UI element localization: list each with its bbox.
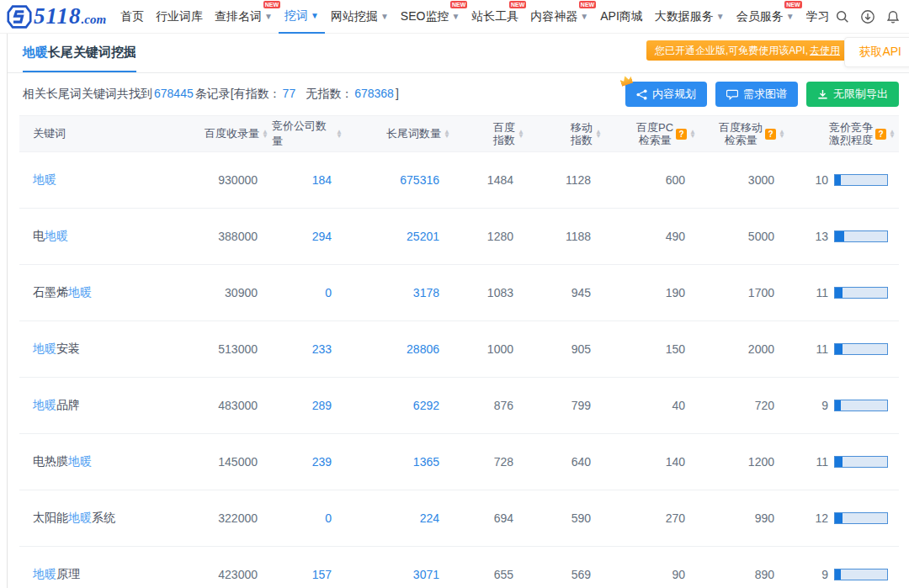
sort-icon[interactable]: ▲▼ <box>779 130 785 138</box>
column-header-competition[interactable]: 竞价竞争激烈程度?▲▼ <box>789 121 899 146</box>
nav-item-SEO监控[interactable]: SEO监控▼NEW <box>395 0 465 34</box>
cell-bid-companies[interactable]: 233 <box>272 342 346 356</box>
cell-bid-companies[interactable]: 0 <box>272 511 346 525</box>
cell-longtail-count[interactable]: 224 <box>346 511 454 525</box>
help-icon[interactable]: ? <box>875 129 886 140</box>
keyword-link[interactable]: 石墨烯地暖 <box>33 285 92 299</box>
new-badge: NEW <box>450 1 467 8</box>
nav-item-大数据服务[interactable]: 大数据服务▼ <box>649 0 731 34</box>
competition-bar <box>834 343 888 355</box>
column-label: 竞价竞争激烈程度 <box>829 121 873 146</box>
column-header-longtail-count[interactable]: 长尾词数量▲▼ <box>346 126 454 141</box>
chevron-down-icon: ▼ <box>716 12 725 21</box>
cell-longtail-count[interactable]: 25201 <box>346 230 454 243</box>
cell-bid-companies[interactable]: 239 <box>272 455 346 469</box>
competition-bar <box>834 174 888 186</box>
column-header-bid-companies[interactable]: 竞价公司数量▲▼ <box>272 119 346 149</box>
competition-bar <box>834 400 888 411</box>
column-header-baidu-collect[interactable]: 百度收录量▲▼ <box>181 126 272 141</box>
cell-longtail-count[interactable]: 28806 <box>346 342 454 356</box>
column-header-keyword: 关键词 <box>19 126 181 141</box>
keyword-link[interactable]: 电地暖 <box>33 229 68 242</box>
cell-bid-companies[interactable]: 294 <box>272 230 346 243</box>
keyword-link[interactable]: 电热膜地暖 <box>33 454 92 468</box>
cell-pc-search: 90 <box>605 568 699 581</box>
sort-icon[interactable]: ▲▼ <box>336 130 343 138</box>
nav-item-label: 会员服务 <box>736 9 784 24</box>
cell-baidu-index: 1083 <box>454 286 528 299</box>
sort-icon[interactable]: ▲▼ <box>889 130 896 138</box>
keyword-link[interactable]: 地暖品牌 <box>33 398 80 411</box>
keyword-highlight: 地暖 <box>68 511 92 524</box>
sort-icon[interactable]: ▲▼ <box>689 130 696 138</box>
sort-icon[interactable]: ▲▼ <box>595 130 602 138</box>
content-plan-button[interactable]: 内容规划 <box>625 82 707 107</box>
nav-item-挖词[interactable]: 挖词▼ <box>279 0 325 34</box>
cell-longtail-count[interactable]: 3071 <box>346 568 454 581</box>
search-icon[interactable] <box>835 9 850 24</box>
cell-mobile-search: 890 <box>699 568 789 581</box>
column-header-baidu-index[interactable]: 百度指数▲▼ <box>454 121 528 146</box>
cell-bid-companies[interactable]: 184 <box>272 173 346 187</box>
nav-item-学习SEO[interactable]: 学习SEO▼ <box>800 0 830 34</box>
tab-keyword-highlight: 地暖 <box>23 45 48 61</box>
cell-longtail-count[interactable]: 1365 <box>346 455 454 469</box>
share-icon <box>636 89 647 100</box>
keyword-table: 关键词百度收录量▲▼竞价公司数量▲▼长尾词数量▲▼百度指数▲▼移动指数▲▼百度P… <box>8 115 909 588</box>
nav-item-会员服务[interactable]: 会员服务▼NEW <box>731 0 800 34</box>
chevron-down-icon: ▼ <box>580 12 588 21</box>
bell-icon[interactable] <box>885 9 901 24</box>
keyword-link[interactable]: 地暖原理 <box>33 567 80 580</box>
keyword-highlight: 地暖 <box>45 229 68 242</box>
site-logo[interactable]: 5118.com <box>7 3 106 29</box>
cell-baidu-index: 1000 <box>454 342 528 356</box>
nav-item-查排名词[interactable]: 查排名词▼NEW <box>209 0 279 34</box>
table-row: 电地暖 388000 294 25201 1280 1188 490 5000 … <box>19 209 899 265</box>
nav-item-行业词库[interactable]: 行业词库 <box>150 0 209 34</box>
column-header-mobile-search[interactable]: 百度移动检索量?▲▼ <box>699 121 789 146</box>
cell-mobile-index: 1128 <box>528 173 605 187</box>
keyword-link[interactable]: 太阳能地暖系统 <box>33 511 115 524</box>
column-label: 关键词 <box>33 126 66 141</box>
help-icon[interactable]: ? <box>676 129 687 140</box>
cell-pc-search: 600 <box>605 173 699 187</box>
cell-longtail-count[interactable]: 3178 <box>346 286 454 299</box>
nav-item-网站挖掘[interactable]: 网站挖掘▼ <box>325 0 395 34</box>
nav-item-内容神器[interactable]: 内容神器▼NEW <box>524 0 594 34</box>
keyword-text: 电 <box>33 229 45 242</box>
cell-mobile-index: 640 <box>528 455 605 469</box>
help-icon[interactable]: ? <box>765 129 776 140</box>
cell-mobile-search: 1700 <box>699 286 789 299</box>
column-header-mobile-index[interactable]: 移动指数▲▼ <box>528 121 605 146</box>
cell-mobile-search: 1200 <box>699 455 789 469</box>
column-label: 百度PC检索量 <box>636 121 673 146</box>
nav-item-站长工具[interactable]: 站长工具NEW <box>465 0 524 34</box>
cell-bid-companies[interactable]: 157 <box>272 568 346 581</box>
sort-icon[interactable]: ▲▼ <box>444 130 450 138</box>
download-circle-icon[interactable] <box>860 9 875 24</box>
export-button[interactable]: 无限制导出 <box>806 82 899 107</box>
nav-item-首页[interactable]: 首页 <box>114 0 150 34</box>
export-label: 无限制导出 <box>833 87 888 102</box>
cell-mobile-search: 3000 <box>699 173 789 187</box>
keyword-link[interactable]: 地暖安装 <box>33 342 80 355</box>
column-header-pc-search[interactable]: 百度PC检索量?▲▼ <box>605 121 699 146</box>
crown-icon <box>619 74 634 87</box>
cell-pc-search: 150 <box>605 342 699 356</box>
cell-bid-companies[interactable]: 289 <box>272 399 346 412</box>
notice-go-link[interactable]: 去使用 <box>810 45 840 56</box>
sort-icon[interactable]: ▲▼ <box>518 130 524 138</box>
bubble-icon <box>726 89 738 100</box>
cell-bid-companies[interactable]: 0 <box>272 286 346 299</box>
cell-longtail-count[interactable]: 6292 <box>346 399 454 412</box>
sort-icon[interactable]: ▲▼ <box>262 130 268 138</box>
tab-longtail-mining[interactable]: 地暖长尾关键词挖掘 <box>23 34 136 72</box>
cell-baidu-collect: 930000 <box>181 173 272 187</box>
keyword-link[interactable]: 地暖 <box>33 172 56 186</box>
demand-map-button[interactable]: 需求图谱 <box>715 82 798 107</box>
get-api-button[interactable]: 获取API <box>844 37 909 67</box>
cell-longtail-count[interactable]: 675316 <box>346 173 454 187</box>
nav-item-API商城[interactable]: API商城 <box>594 0 649 34</box>
new-badge: NEW <box>263 1 280 8</box>
content-plan-label: 内容规划 <box>652 87 696 102</box>
